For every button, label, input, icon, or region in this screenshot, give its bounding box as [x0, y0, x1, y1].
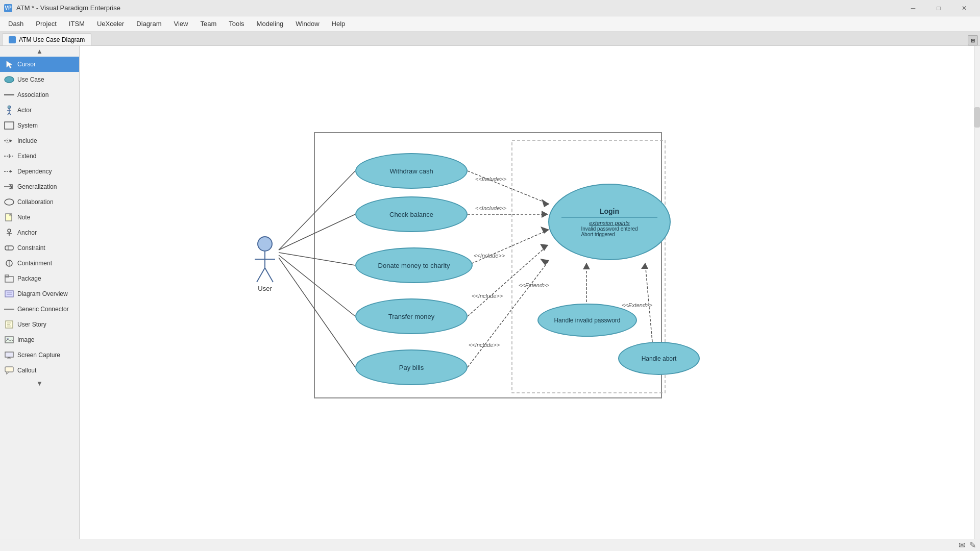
note-label: Note — [17, 214, 30, 221]
actor-left-leg — [257, 268, 265, 282]
sidebar-scroll-up[interactable]: ▲ — [0, 46, 79, 57]
use-case-donate[interactable]: Donate money to charity — [355, 247, 473, 283]
use-case-withdraw[interactable]: Withdraw cash — [355, 153, 468, 189]
menu-item-dash[interactable]: Dash — [2, 18, 30, 30]
menu-item-tools[interactable]: Tools — [223, 18, 250, 30]
use-case-pay-bills[interactable]: Pay bills — [355, 349, 468, 385]
minimize-button[interactable]: ─ — [901, 0, 925, 16]
sidebar-item-system[interactable]: System — [0, 118, 79, 133]
sidebar-item-constraint[interactable]: Constraint — [0, 240, 79, 256]
system-label: System — [17, 122, 38, 129]
use-case-abort-label: Handle abort — [642, 355, 677, 362]
include-label: Include — [17, 137, 37, 144]
titlebar: VP ATM * - Visual Paradigm Enterprise ─ … — [0, 0, 980, 16]
use-case-login[interactable]: Login extension points Invalid password … — [548, 184, 671, 260]
menu-item-uexceler[interactable]: UeXceler — [91, 18, 130, 30]
menu-item-help[interactable]: Help — [326, 18, 352, 30]
withdraw-include-arrow — [542, 199, 549, 207]
package-label: Package — [17, 275, 41, 282]
sidebar-item-user-story[interactable]: User Story — [0, 317, 79, 332]
sidebar-item-collaboration[interactable]: Collaboration — [0, 194, 79, 210]
use-case-icon — [4, 74, 14, 85]
use-case-check-balance[interactable]: Check balance — [355, 196, 468, 232]
svg-marker-10 — [10, 139, 12, 142]
sidebar-item-generalization[interactable]: Generalization — [0, 179, 79, 194]
edit-icon[interactable]: ✎ — [969, 540, 976, 550]
canvas-scrollbar[interactable] — [974, 46, 980, 539]
window-title: ATM * - Visual Paradigm Enterprise — [16, 4, 897, 12]
sidebar-item-diagram-overview[interactable]: Diagram Overview — [0, 286, 79, 302]
maximize-button[interactable]: □ — [927, 0, 950, 16]
actor-to-check — [279, 214, 355, 250]
app-icon: VP — [4, 4, 12, 12]
sidebar-item-package[interactable]: Package — [0, 271, 79, 286]
window-controls: ─ □ ✕ — [901, 0, 976, 16]
generic-connector-icon — [4, 304, 14, 314]
sidebar-item-anchor[interactable]: Anchor — [0, 225, 79, 240]
svg-point-3 — [8, 106, 11, 109]
collaboration-icon — [4, 197, 14, 207]
use-case-transfer[interactable]: Transfer money — [355, 298, 468, 334]
package-icon — [4, 273, 14, 284]
containment-icon — [4, 258, 14, 268]
email-icon[interactable]: ✉ — [959, 540, 965, 550]
svg-line-7 — [9, 113, 11, 115]
use-case-withdraw-label: Withdraw cash — [389, 167, 433, 175]
svg-rect-24 — [5, 246, 13, 250]
use-case-label: Use Case — [17, 76, 44, 83]
diagram-canvas[interactable]: User <<Include>> <<Include>> <<Include>> — [80, 46, 980, 539]
menu-item-project[interactable]: Project — [30, 18, 62, 30]
login-ext-item-2: Abort triggered — [581, 232, 638, 237]
menu-item-view[interactable]: View — [167, 18, 194, 30]
sidebar-item-dependency[interactable]: Dependency — [0, 164, 79, 179]
menu-item-modeling[interactable]: Modeling — [251, 18, 290, 30]
menu-item-diagram[interactable]: Diagram — [130, 18, 167, 30]
login-separator — [561, 217, 658, 218]
generalization-label: Generalization — [17, 183, 57, 190]
extend1-label: <<Extend>> — [519, 282, 550, 288]
sidebar-item-association[interactable]: Association — [0, 87, 79, 103]
system-icon — [4, 120, 14, 131]
sidebar-item-include[interactable]: Include — [0, 133, 79, 148]
sidebar-item-actor[interactable]: Actor — [0, 103, 79, 118]
menu-item-itsm[interactable]: ITSM — [63, 18, 91, 30]
donate-include-arrow — [541, 227, 549, 234]
status-right: ✉ ✎ — [959, 540, 976, 550]
dependency-label: Dependency — [17, 168, 52, 175]
transfer-include-label: <<Include>> — [472, 293, 503, 299]
sidebar-scroll-down[interactable]: ▼ — [0, 378, 79, 389]
sidebar-item-use-case[interactable]: Use Case — [0, 72, 79, 87]
extend-label: Extend — [17, 153, 36, 160]
sidebar-item-screen-capture[interactable]: Screen Capture — [0, 347, 79, 363]
sidebar-item-containment[interactable]: Containment — [0, 256, 79, 271]
scroll-thumb[interactable] — [974, 107, 980, 128]
callout-icon — [4, 365, 14, 375]
note-icon — [4, 212, 14, 222]
diagram-overview-label: Diagram Overview — [17, 290, 68, 297]
close-button[interactable]: ✕ — [952, 0, 976, 16]
svg-point-1 — [5, 77, 14, 83]
use-case-invalid-label: Handle invalid password — [554, 317, 620, 324]
login-ext-title: extension points — [589, 220, 630, 226]
login-ext-items: Invalid password entered Abort triggered — [581, 226, 638, 237]
user-story-label: User Story — [17, 321, 46, 328]
main-layout: ▲CursorUse CaseAssociationActorSystemInc… — [0, 46, 980, 539]
svg-marker-0 — [7, 61, 12, 68]
diagram-grid-button[interactable]: ⊞ — [968, 35, 978, 45]
generalization-icon — [4, 182, 14, 192]
use-case-handle-invalid[interactable]: Handle invalid password — [537, 304, 637, 337]
anchor-label: Anchor — [17, 229, 37, 236]
screen-capture-icon — [4, 350, 14, 360]
sidebar-item-note[interactable]: Note — [0, 210, 79, 225]
sidebar-item-extend[interactable]: Extend — [0, 148, 79, 164]
sidebar-item-generic-connector[interactable]: Generic Connector — [0, 302, 79, 317]
sidebar-item-image[interactable]: Image — [0, 332, 79, 347]
extend-icon — [4, 151, 14, 161]
menu-item-team[interactable]: Team — [194, 18, 223, 30]
sidebar-item-callout[interactable]: Callout — [0, 363, 79, 378]
use-case-handle-abort[interactable]: Handle abort — [618, 342, 700, 375]
actor-to-paybills — [279, 258, 355, 367]
menu-item-window[interactable]: Window — [289, 18, 325, 30]
active-tab[interactable]: ATM Use Case Diagram — [2, 33, 91, 45]
sidebar-item-cursor[interactable]: Cursor — [0, 57, 79, 72]
